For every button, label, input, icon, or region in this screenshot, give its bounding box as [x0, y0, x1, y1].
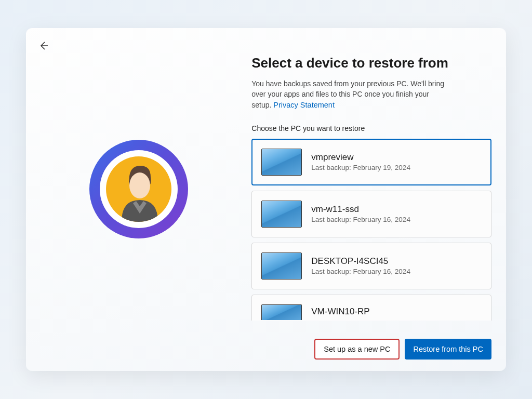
arrow-left-icon	[37, 39, 50, 52]
device-list: vmpreview Last backup: February 19, 2024…	[251, 139, 491, 321]
setup-new-pc-button[interactable]: Set up as a new PC	[314, 339, 400, 360]
device-name: DESKTOP-I4SCI45	[311, 256, 410, 267]
device-card[interactable]: DESKTOP-I4SCI45 Last backup: February 16…	[251, 243, 491, 289]
device-thumbnail-icon	[261, 304, 302, 320]
illustration-pane	[26, 28, 251, 371]
device-card[interactable]: VM-WIN10-RP	[251, 295, 491, 321]
restore-from-pc-button[interactable]: Restore from this PC	[405, 339, 491, 360]
device-backup-date: Last backup: February 16, 2024	[311, 268, 410, 275]
device-thumbnail-icon	[261, 149, 302, 176]
device-name: vmpreview	[311, 152, 410, 163]
device-backup-date: Last backup: February 16, 2024	[311, 216, 410, 223]
device-card[interactable]: vm-w11-ssd Last backup: February 16, 202…	[251, 191, 491, 237]
device-thumbnail-icon	[261, 201, 302, 228]
avatar-ring-icon	[89, 140, 188, 238]
back-button[interactable]	[37, 39, 50, 52]
device-backup-date: Last backup: February 19, 2024	[311, 164, 410, 171]
device-name: VM-WIN10-RP	[311, 307, 369, 317]
footer-buttons: Set up as a new PC Restore from this PC	[314, 339, 491, 360]
avatar-person-icon	[106, 156, 171, 222]
oobe-restore-window: Select a device to restore from You have…	[26, 28, 506, 371]
device-thumbnail-icon	[261, 252, 302, 280]
page-title: Select a device to restore from	[251, 55, 491, 71]
device-card[interactable]: vmpreview Last backup: February 19, 2024	[251, 139, 491, 185]
page-subtitle: You have backups saved from your previou…	[251, 78, 449, 111]
device-name: vm-w11-ssd	[311, 204, 410, 215]
choose-pc-label: Choose the PC you want to restore	[251, 124, 491, 132]
content-pane: Select a device to restore from You have…	[251, 28, 506, 371]
svg-point-0	[129, 172, 150, 198]
privacy-statement-link[interactable]: Privacy Statement	[273, 101, 335, 109]
